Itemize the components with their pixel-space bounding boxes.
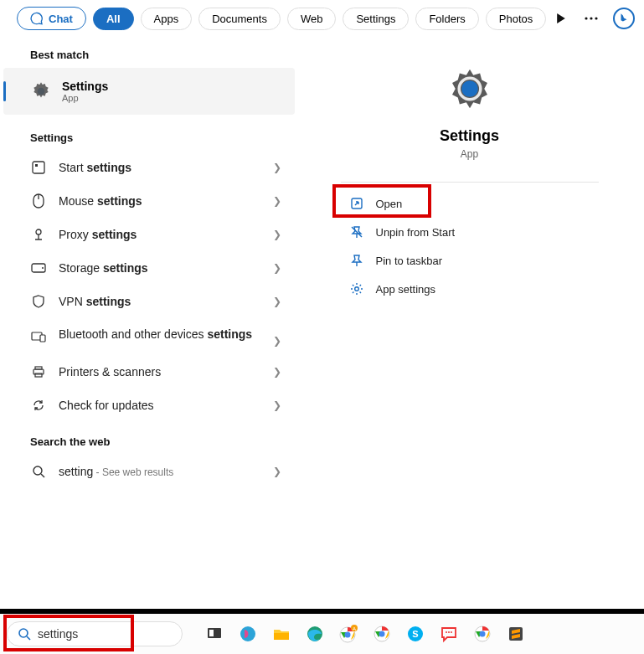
web-result-label: setting - See web results <box>59 465 261 478</box>
top-right-controls <box>553 8 635 29</box>
taskbar-explorer-icon[interactable] <box>266 619 296 649</box>
chevron-right-icon: ❯ <box>273 335 281 347</box>
taskbar-sublime-icon[interactable] <box>501 619 531 649</box>
setting-label: VPN settings <box>59 295 261 308</box>
action-unpin-start[interactable]: Unpin from Start <box>341 218 599 246</box>
action-open[interactable]: Open <box>341 189 547 218</box>
svg-text:S: S <box>412 629 418 639</box>
setting-mouse[interactable]: Mouse settings ❯ <box>3 184 301 218</box>
svg-point-2 <box>595 17 598 19</box>
action-label: Unpin from Start <box>376 226 456 239</box>
pin-icon <box>349 253 364 268</box>
svg-line-17 <box>41 474 44 477</box>
svg-point-23 <box>19 629 28 637</box>
taskbar-chrome-icon-2[interactable] <box>467 619 497 649</box>
svg-rect-44 <box>509 627 523 641</box>
taskbar-chat-icon[interactable] <box>434 619 464 649</box>
gear-icon <box>446 65 493 112</box>
svg-point-39 <box>446 631 447 633</box>
mouse-icon <box>30 193 47 209</box>
filter-web[interactable]: Web <box>287 8 337 30</box>
setting-start[interactable]: Start settings ❯ <box>3 151 301 184</box>
filter-apps[interactable]: Apps <box>141 8 193 30</box>
filter-documents[interactable]: Documents <box>198 8 281 30</box>
chevron-right-icon: ❯ <box>273 195 281 207</box>
setting-vpn[interactable]: VPN settings ❯ <box>3 285 301 318</box>
chat-icon <box>30 12 44 25</box>
divider <box>341 182 599 183</box>
devices-icon <box>30 328 47 345</box>
chevron-right-icon: ❯ <box>273 466 281 477</box>
chevron-right-icon: ❯ <box>273 262 281 274</box>
chevron-right-icon: ❯ <box>273 162 281 173</box>
setting-label: Mouse settings <box>59 194 261 208</box>
best-match-result[interactable]: Settings App <box>3 68 295 115</box>
storage-icon <box>30 260 47 276</box>
action-label: Open <box>376 198 403 210</box>
gear-icon <box>349 281 364 296</box>
setting-printers[interactable]: Printers & scanners ❯ <box>3 355 301 389</box>
shield-icon <box>30 293 47 310</box>
setting-label: Storage settings <box>59 261 261 275</box>
action-label: Pin to taskbar <box>376 255 443 267</box>
start-icon <box>30 159 47 176</box>
chat-pill[interactable]: Chat <box>17 7 86 30</box>
search-icon <box>18 627 31 641</box>
unpin-icon <box>349 224 364 239</box>
svg-rect-4 <box>33 162 44 173</box>
svg-rect-12 <box>40 335 45 342</box>
taskbar-skype-icon[interactable]: S <box>400 619 430 649</box>
taskbar-search[interactable] <box>7 621 183 646</box>
svg-text:A: A <box>353 626 356 631</box>
svg-point-0 <box>585 17 588 19</box>
results-column: Best match Settings App Settings Start s… <box>0 40 301 609</box>
svg-point-18 <box>461 80 478 97</box>
chevron-right-icon: ❯ <box>273 229 281 240</box>
result-subtitle: App <box>62 93 108 103</box>
setting-label: Check for updates <box>59 399 261 412</box>
action-label: App settings <box>376 283 436 296</box>
svg-point-10 <box>42 267 44 269</box>
gear-icon <box>30 80 52 102</box>
svg-line-24 <box>27 636 30 640</box>
setting-bluetooth[interactable]: Bluetooth and other devices settings ❯ <box>3 318 301 355</box>
setting-label: Bluetooth and other devices settings <box>59 327 261 342</box>
more-icon[interactable] <box>583 10 600 27</box>
svg-rect-28 <box>274 633 289 640</box>
taskbar-chrome-badge-icon[interactable]: A <box>333 619 363 649</box>
setting-updates[interactable]: Check for updates ❯ <box>3 389 301 422</box>
open-icon <box>349 196 364 211</box>
taskbar-taskview-icon[interactable] <box>199 619 229 649</box>
setting-label: Proxy settings <box>59 228 261 241</box>
action-pin-taskbar[interactable]: Pin to taskbar <box>341 246 599 275</box>
setting-storage[interactable]: Storage settings ❯ <box>3 251 301 285</box>
action-app-settings[interactable]: App settings <box>341 275 599 303</box>
chevron-right-icon: ❯ <box>273 399 281 411</box>
web-search-result[interactable]: setting - See web results ❯ <box>3 455 301 488</box>
svg-point-32 <box>345 632 351 638</box>
result-title: Settings <box>62 80 108 93</box>
svg-point-36 <box>379 631 385 637</box>
svg-point-40 <box>448 631 450 633</box>
search-web-heading: Search the web <box>3 422 301 455</box>
svg-point-8 <box>36 229 41 234</box>
preview-title: Settings <box>440 127 499 145</box>
filter-folders[interactable]: Folders <box>415 8 478 30</box>
bing-icon[interactable] <box>613 8 635 29</box>
proxy-icon <box>30 226 47 243</box>
best-match-heading: Best match <box>3 40 301 68</box>
chevron-right-icon: ❯ <box>273 296 281 307</box>
search-input[interactable] <box>38 627 184 641</box>
svg-point-1 <box>590 17 593 19</box>
taskbar-edge-icon[interactable] <box>300 619 330 649</box>
filter-all[interactable]: All <box>93 8 134 30</box>
taskbar-chrome-icon[interactable] <box>367 619 397 649</box>
setting-proxy[interactable]: Proxy settings ❯ <box>3 218 301 251</box>
taskbar-copilot-icon[interactable] <box>233 619 263 649</box>
taskbar: A S <box>0 614 644 654</box>
filter-photos[interactable]: Photos <box>486 8 546 30</box>
play-icon[interactable] <box>553 10 569 27</box>
filter-settings[interactable]: Settings <box>343 8 409 30</box>
printer-icon <box>30 363 47 380</box>
svg-rect-5 <box>35 164 38 167</box>
